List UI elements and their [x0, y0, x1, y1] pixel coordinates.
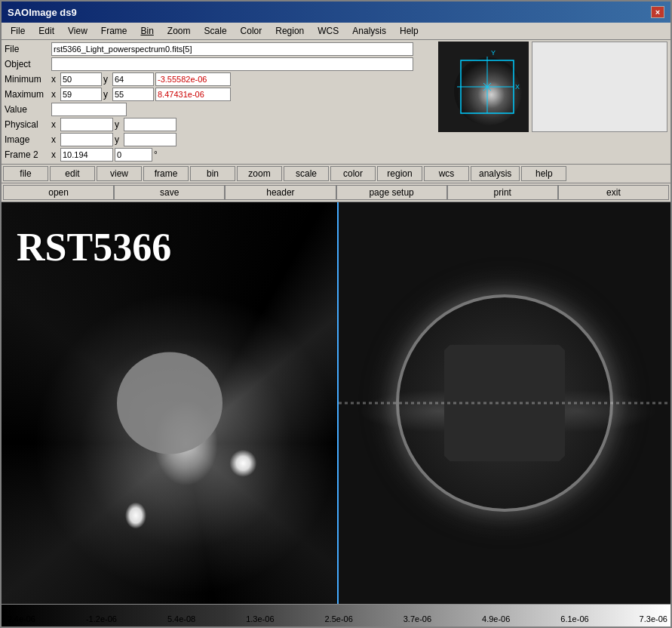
- main-window: SAOImage ds9 × File Edit View Frame Bin …: [0, 0, 672, 628]
- menu-wcs[interactable]: WCS: [311, 24, 345, 38]
- rst-label: RST5366: [17, 225, 171, 269]
- tick-4: 1.3e-06: [246, 614, 274, 623]
- menu-frame[interactable]: Frame: [95, 24, 133, 38]
- maximum-x-input[interactable]: [60, 88, 102, 101]
- tick-9: 7.3e-06: [640, 614, 667, 623]
- galaxy-image-right: [339, 202, 670, 604]
- close-button[interactable]: ×: [651, 6, 664, 18]
- menu-color[interactable]: Color: [235, 24, 268, 38]
- frame2-x-label: x: [51, 149, 59, 160]
- pagesetup-button[interactable]: page setup: [336, 185, 447, 200]
- menu-zoom[interactable]: Zoom: [161, 24, 197, 38]
- max-y-label: y: [103, 89, 111, 100]
- menu-scale[interactable]: Scale: [198, 24, 233, 38]
- img-x-label: x: [51, 134, 59, 145]
- frame2-row: Frame 2 x °: [5, 147, 435, 162]
- menu-edit[interactable]: Edit: [32, 24, 60, 38]
- window-title: SAOImage ds9: [8, 7, 77, 18]
- tick-3: 5.4e-08: [167, 614, 195, 623]
- tb-help[interactable]: help: [521, 166, 566, 181]
- menu-region[interactable]: Region: [269, 24, 310, 38]
- img-y-label: y: [115, 134, 122, 145]
- value-row: Value: [5, 102, 435, 117]
- tick-5: 2.5e-06: [324, 614, 352, 623]
- tb-analysis[interactable]: analysis: [471, 166, 520, 181]
- min-x-label: x: [51, 74, 59, 85]
- tb-frame[interactable]: frame: [143, 166, 189, 181]
- menu-help[interactable]: Help: [394, 24, 425, 38]
- tb-color[interactable]: color: [330, 166, 376, 181]
- tick-1: -2.4e-06: [5, 614, 35, 623]
- image-area[interactable]: RST5366: [2, 202, 670, 604]
- file-input[interactable]: [51, 42, 413, 56]
- svg-text:Y: Y: [491, 49, 496, 57]
- tb-region[interactable]: region: [377, 166, 422, 181]
- colorbar-labels: -2.4e-06 -1.2e-06 5.4e-08 1.3e-06 2.5e-0…: [2, 613, 670, 625]
- minimum-y-input[interactable]: [112, 72, 154, 86]
- tb-zoom[interactable]: zoom: [237, 166, 282, 181]
- frame-right[interactable]: [337, 202, 670, 604]
- value-input[interactable]: [51, 103, 127, 116]
- tb-wcs[interactable]: wcs: [424, 166, 469, 181]
- title-bar: SAOImage ds9 ×: [2, 2, 670, 23]
- open-button[interactable]: open: [3, 185, 114, 200]
- tb-bin[interactable]: bin: [190, 166, 235, 181]
- exit-button[interactable]: exit: [558, 185, 669, 200]
- tb-edit[interactable]: edit: [50, 166, 95, 181]
- tb-view[interactable]: view: [97, 166, 142, 181]
- tick-6: 3.7e-06: [404, 614, 431, 623]
- minimum-value-input[interactable]: [155, 72, 231, 86]
- physical-row: Physical x y: [5, 117, 435, 132]
- image-x-input[interactable]: [60, 133, 113, 146]
- tick-2: -1.2e-06: [86, 614, 117, 623]
- header-button[interactable]: header: [225, 185, 336, 200]
- physical-x-input[interactable]: [60, 118, 113, 131]
- tb-file[interactable]: file: [3, 166, 48, 181]
- object-label: Object: [5, 59, 50, 69]
- file-row: File: [5, 42, 435, 57]
- object-input[interactable]: [51, 57, 413, 71]
- frame2-x-input[interactable]: [60, 148, 113, 162]
- menu-bar: File Edit View Frame Bin Zoom Scale Colo…: [2, 23, 670, 40]
- minimum-row: Minimum x y: [5, 72, 435, 87]
- menu-view[interactable]: View: [62, 24, 94, 38]
- object-row: Object: [5, 57, 435, 72]
- menu-file[interactable]: File: [5, 24, 31, 38]
- occulter-left: [117, 352, 222, 454]
- maximum-label: Maximum: [5, 89, 50, 100]
- frame2-y-input[interactable]: [115, 148, 152, 162]
- action-row: open save header page setup print exit: [2, 183, 670, 202]
- menu-bin[interactable]: Bin: [135, 24, 160, 38]
- max-x-label: x: [51, 89, 59, 100]
- tick-8: 6.1e-06: [560, 614, 588, 623]
- maximum-y-input[interactable]: [112, 88, 154, 101]
- thumbnail-area: Y X: [438, 42, 667, 162]
- maximum-row: Maximum x y: [5, 87, 435, 102]
- diffraction-spike-horizontal: [339, 402, 670, 405]
- image-row: Image x y: [5, 132, 435, 147]
- svg-point-1: [454, 57, 522, 125]
- colorbar: -2.4e-06 -1.2e-06 5.4e-08 1.3e-06 2.5e-0…: [2, 604, 670, 626]
- svg-text:X: X: [515, 83, 520, 91]
- image-y-input[interactable]: [124, 133, 176, 146]
- phys-x-label: x: [51, 119, 59, 130]
- maximum-value-input[interactable]: [155, 88, 231, 101]
- phys-y-label: y: [115, 119, 122, 130]
- physical-label: Physical: [5, 119, 50, 130]
- menu-analysis[interactable]: Analysis: [346, 24, 392, 38]
- thumbnail-svg: Y X: [438, 42, 529, 132]
- image-label: Image: [5, 134, 50, 145]
- min-y-label: y: [103, 74, 111, 85]
- frame-left[interactable]: RST5366: [2, 202, 337, 604]
- file-label: File: [5, 44, 50, 54]
- info-section: File Object Minimum x y Maximum x: [2, 40, 670, 165]
- save-button[interactable]: save: [114, 185, 225, 200]
- frame2-deg: °: [154, 149, 158, 160]
- minimum-x-input[interactable]: [60, 72, 102, 86]
- value-label: Value: [5, 104, 50, 115]
- print-button[interactable]: print: [447, 185, 558, 200]
- info-main: File Object Minimum x y Maximum x: [5, 42, 435, 162]
- tb-scale[interactable]: scale: [284, 166, 329, 181]
- minimum-label: Minimum: [5, 74, 50, 85]
- physical-y-input[interactable]: [124, 118, 176, 131]
